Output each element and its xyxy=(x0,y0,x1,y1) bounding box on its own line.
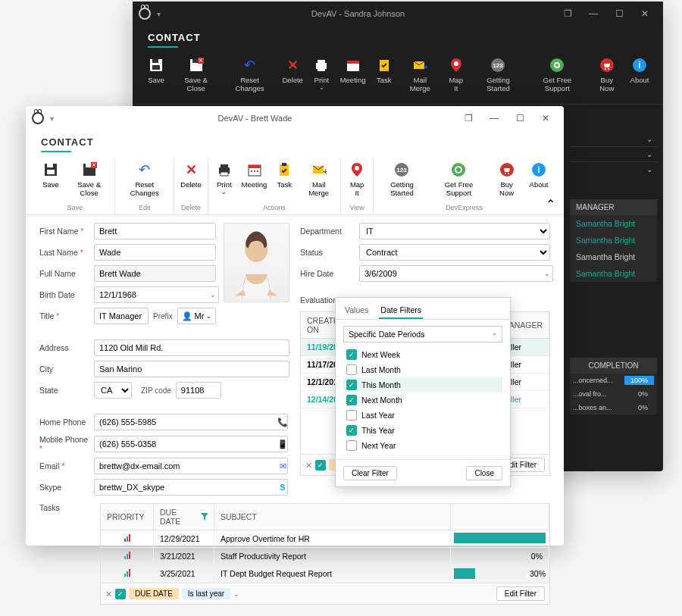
svg-rect-39 xyxy=(282,163,286,166)
ribbon-dark: Save ✕Save & Close ↶Reset Changes ✕Delet… xyxy=(133,51,663,105)
clear-filter-button[interactable]: Clear Filter xyxy=(343,466,397,480)
svg-text:+: + xyxy=(323,167,327,176)
rb-save[interactable]: Save xyxy=(142,54,170,98)
priority-icon xyxy=(124,552,130,559)
rb-getstart[interactable]: 123Getting Started xyxy=(375,158,429,202)
state-select[interactable]: CA xyxy=(94,382,132,399)
edit-filter-button[interactable]: Edit Filter xyxy=(496,586,545,601)
rb-reset[interactable]: ↶Reset Changes xyxy=(117,158,172,202)
first-name-field[interactable] xyxy=(94,223,216,239)
opt-next-week[interactable]: ✓Next Week xyxy=(343,347,502,362)
close-icon[interactable]: ✕ xyxy=(633,3,657,24)
title-field[interactable] xyxy=(94,308,149,324)
home-phone-field[interactable] xyxy=(94,414,288,430)
skype-icon[interactable]: S xyxy=(276,480,289,494)
contact-photo[interactable] xyxy=(224,223,289,302)
mgr-row[interactable]: Samantha Bright xyxy=(570,265,657,282)
col-manager: MANAGER xyxy=(570,199,657,215)
department-select[interactable]: IT xyxy=(359,223,550,239)
opt-last-year[interactable]: Last Year xyxy=(343,408,502,423)
mobile-icon[interactable]: 📱 xyxy=(276,437,289,451)
rb-print[interactable]: Print⌄ xyxy=(210,158,239,202)
minimize-icon[interactable]: — xyxy=(581,3,605,24)
rb-delete[interactable]: ✕Delete xyxy=(278,54,307,98)
rb-task[interactable]: Task xyxy=(370,54,399,98)
period-select[interactable] xyxy=(343,326,502,342)
rb-delete[interactable]: ✕Delete xyxy=(176,158,205,202)
mgr-row[interactable]: Samantha Bright xyxy=(570,232,657,249)
email-field[interactable] xyxy=(94,458,288,474)
rb-mailmerge[interactable]: +Mail Merge xyxy=(299,158,339,202)
rb-support[interactable]: Get Free Support xyxy=(429,158,489,202)
task-row[interactable]: 3/25/2021IT Dept Budget Request Report30… xyxy=(101,565,549,583)
svg-point-35 xyxy=(251,170,252,172)
filter-enable-check[interactable]: ✓ xyxy=(315,460,326,471)
col-duedate[interactable]: DUE DATE xyxy=(154,504,214,530)
filter-close-icon[interactable]: ✕ xyxy=(305,461,312,470)
task-row[interactable]: 3/21/2021Staff Productivity Report0% xyxy=(101,548,549,565)
filter-chip-field[interactable]: DUE DATE xyxy=(129,588,179,599)
minimize-icon[interactable]: — xyxy=(482,108,506,129)
zip-field[interactable] xyxy=(176,382,221,399)
opt-this-year[interactable]: ✓This Year xyxy=(343,423,502,438)
col-priority[interactable]: PRIORITY xyxy=(101,504,154,530)
maximize-icon[interactable]: ☐ xyxy=(508,108,532,129)
rb-save-close[interactable]: ✕Save & Close xyxy=(65,158,113,202)
last-name-field[interactable] xyxy=(94,244,216,261)
address-field[interactable] xyxy=(94,339,289,356)
mobile-phone-field[interactable] xyxy=(94,436,288,452)
task-row[interactable]: 12/29/2021Approve Overtime for HR xyxy=(101,530,549,548)
birth-date-field[interactable] xyxy=(94,286,219,303)
mgr-row[interactable]: Samantha Bright xyxy=(570,215,657,232)
rb-meeting[interactable]: Meeting xyxy=(239,158,270,202)
rb-reset[interactable]: ↶Reset Changes xyxy=(221,54,278,98)
opt-this-month[interactable]: ✓This Month xyxy=(343,377,502,392)
rb-meeting[interactable]: Meeting xyxy=(336,54,369,98)
opt-next-month[interactable]: ✓Next Month xyxy=(343,392,502,408)
opt-last-month[interactable]: Last Month xyxy=(343,362,502,377)
filter-enable-check[interactable]: ✓ xyxy=(115,589,126,599)
svg-text:✕: ✕ xyxy=(199,58,203,63)
restore-icon[interactable]: ❐ xyxy=(456,108,480,129)
rb-getstart[interactable]: 123Getting Started xyxy=(471,54,526,98)
mail-icon[interactable]: ✉ xyxy=(276,459,289,473)
svg-rect-31 xyxy=(221,172,228,176)
filter-close-icon[interactable]: ✕ xyxy=(105,589,112,599)
svg-point-48 xyxy=(508,173,509,174)
rb-mapit[interactable]: Map It xyxy=(442,54,471,98)
rb-mapit[interactable]: Map It xyxy=(343,158,371,202)
rb-mailmerge[interactable]: +Mail Merge xyxy=(399,54,442,98)
rb-save[interactable]: Save xyxy=(36,158,65,202)
rb-buy[interactable]: Buy Now xyxy=(589,54,625,98)
rb-about[interactable]: iAbout xyxy=(625,54,654,98)
prefix-select[interactable]: 👤Mr ⌄ xyxy=(177,308,217,324)
close-icon[interactable]: ✕ xyxy=(533,108,558,129)
svg-point-47 xyxy=(505,173,506,174)
priority-icon xyxy=(124,569,130,577)
tab-values[interactable]: Values xyxy=(343,302,370,319)
ribbon-collapse-icon[interactable]: ⌃ xyxy=(543,196,558,211)
filter-chip-value[interactable]: Is last year xyxy=(182,588,230,599)
hire-date-field[interactable] xyxy=(359,265,553,282)
chevron-down-icon[interactable]: ⌄ xyxy=(646,135,652,143)
chevron-down-icon[interactable]: ⌄ xyxy=(646,150,652,158)
titlebar-light: ▾ DevAV - Brett Wade ❐ — ☐ ✕ xyxy=(26,106,564,130)
rb-support[interactable]: Get Free Support xyxy=(526,54,588,98)
skype-field[interactable] xyxy=(94,479,288,496)
tab-date-filters[interactable]: Date Filters xyxy=(379,302,423,319)
col-subject[interactable]: SUBJECT xyxy=(214,504,451,530)
rb-save-close[interactable]: ✕Save & Close xyxy=(170,54,221,98)
rb-task[interactable]: Task xyxy=(270,158,299,202)
maximize-icon[interactable]: ☐ xyxy=(607,3,631,24)
status-select[interactable]: Contract xyxy=(359,244,550,261)
svg-rect-9 xyxy=(318,67,325,71)
city-field[interactable] xyxy=(94,361,289,377)
chevron-down-icon[interactable]: ⌄ xyxy=(646,165,652,174)
mgr-row[interactable]: Samantha Bright xyxy=(570,249,657,265)
phone-icon[interactable]: 📞 xyxy=(276,415,289,429)
close-popup-button[interactable]: Close xyxy=(466,466,502,480)
rb-print[interactable]: Print⌄ xyxy=(307,54,336,98)
rb-buy[interactable]: Buy Now xyxy=(489,158,524,202)
opt-next-year[interactable]: Next Year xyxy=(343,438,502,453)
restore-icon[interactable]: ❐ xyxy=(555,3,580,24)
